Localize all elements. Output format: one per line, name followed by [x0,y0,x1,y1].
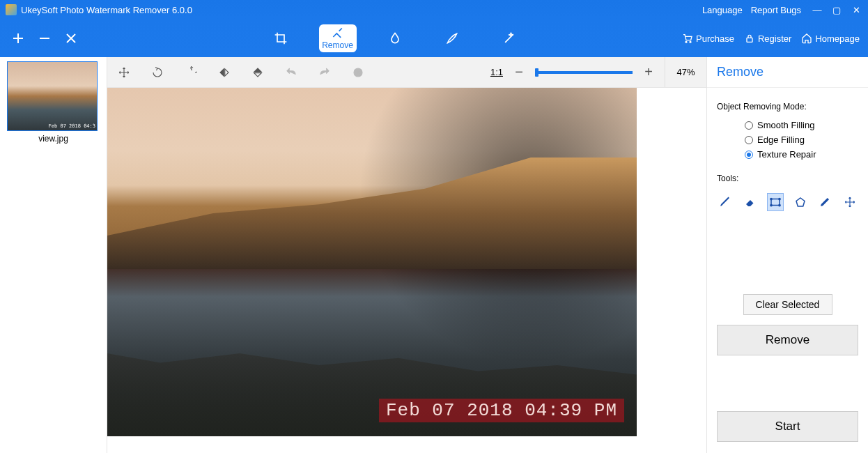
crop-tool[interactable] [262,24,300,52]
lock-icon [744,33,755,44]
svg-point-11 [778,198,780,199]
register-link[interactable]: Register [744,33,791,44]
purchase-label: Purchase [696,33,734,44]
thumbnail-filename: view.jpg [7,134,100,144]
rotate-right-button[interactable] [174,57,208,88]
zoom-out-button[interactable]: − [513,64,525,80]
photo-preview[interactable]: Feb 07 2018 04:39 PM [107,88,637,436]
mode-option-label: Texture Repair [757,149,816,160]
tool-rectangle-select[interactable] [767,193,784,211]
minimize-button[interactable]: — [811,5,823,15]
mode-texture-repair[interactable]: Texture Repair [745,149,858,160]
side-panel: Remove Object Removing Mode: Smooth Fill… [706,57,868,453]
tool-polygon-select[interactable] [792,193,809,211]
delete-button[interactable] [341,57,375,88]
thumbnail-watermark: Feb 07 2018 04:3 [49,123,95,129]
photo-watermark: Feb 07 2018 04:39 PM [379,399,624,422]
svg-point-12 [770,204,771,206]
svg-point-6 [690,41,691,43]
remove-tool[interactable]: Remove [319,24,357,52]
purchase-link[interactable]: Purchase [682,33,734,44]
window-title: UkeySoft Photo Watermark Remover 6.0.0 [21,5,702,15]
remove-button[interactable]: Remove [717,325,858,355]
tool-pen[interactable] [816,193,833,211]
mode-option-label: Smooth Filling [757,120,814,130]
home-icon [801,33,812,44]
svg-point-10 [770,198,771,199]
add-image-button[interactable] [11,31,25,45]
svg-point-13 [778,204,780,206]
mode-smooth-filling[interactable]: Smooth Filling [745,120,858,130]
svg-rect-7 [747,38,752,42]
homepage-link[interactable]: Homepage [801,33,860,44]
maximize-button[interactable]: ▢ [830,5,843,15]
thumbnail-item[interactable]: Feb 07 2018 04:3 [7,61,98,131]
water-drop-tool[interactable] [376,24,414,52]
tools-label: Tools: [717,174,858,183]
flip-horizontal-button[interactable] [208,57,241,88]
close-button[interactable]: ✕ [850,5,862,15]
register-label: Register [758,33,791,44]
cart-icon [682,33,693,44]
clear-selected-button[interactable]: Clear Selected [743,294,832,315]
zoom-ratio-button[interactable]: 1:1 [490,67,503,77]
svg-point-5 [685,41,687,43]
svg-rect-9 [771,199,780,206]
start-button[interactable]: Start [717,411,858,442]
report-bugs-link[interactable]: Report Bugs [751,5,801,15]
radio-icon [745,136,753,144]
title-bar: UkeySoft Photo Watermark Remover 6.0.0 L… [0,0,868,20]
remove-tool-label: Remove [322,40,353,50]
zoom-slider[interactable] [535,71,633,74]
main-toolbar: Remove Purchase Register Homepage [0,20,868,57]
radio-icon [745,151,753,159]
redo-button[interactable] [308,57,341,88]
tool-move[interactable] [842,193,858,211]
radio-icon [745,121,753,130]
undo-button[interactable] [274,57,308,88]
edit-toolbar: 1:1 − + 47% [107,57,706,88]
thumbnail-panel: Feb 07 2018 04:3 view.jpg [0,57,107,453]
panel-title: Remove [707,57,868,88]
remove-image-button[interactable] [38,31,52,45]
language-link[interactable]: Language [702,5,743,15]
svg-marker-14 [796,198,805,206]
tool-brush[interactable] [717,193,734,211]
flip-vertical-button[interactable] [241,57,274,88]
rotate-left-button[interactable] [141,57,174,88]
tool-eraser[interactable] [742,193,759,211]
app-logo-icon [6,4,17,15]
mode-edge-filling[interactable]: Edge Filling [745,135,858,145]
mode-label: Object Removing Mode: [717,102,858,112]
canvas-area[interactable]: Feb 07 2018 04:39 PM [107,88,706,453]
zoom-in-button[interactable]: + [642,64,655,80]
zoom-percent: 47% [665,57,706,87]
clear-images-button[interactable] [64,31,78,45]
mode-option-label: Edge Filling [757,135,805,145]
magic-wand-tool[interactable] [490,24,528,52]
brush-tool[interactable] [433,24,471,52]
move-tool[interactable] [107,57,141,88]
homepage-label: Homepage [815,33,860,44]
